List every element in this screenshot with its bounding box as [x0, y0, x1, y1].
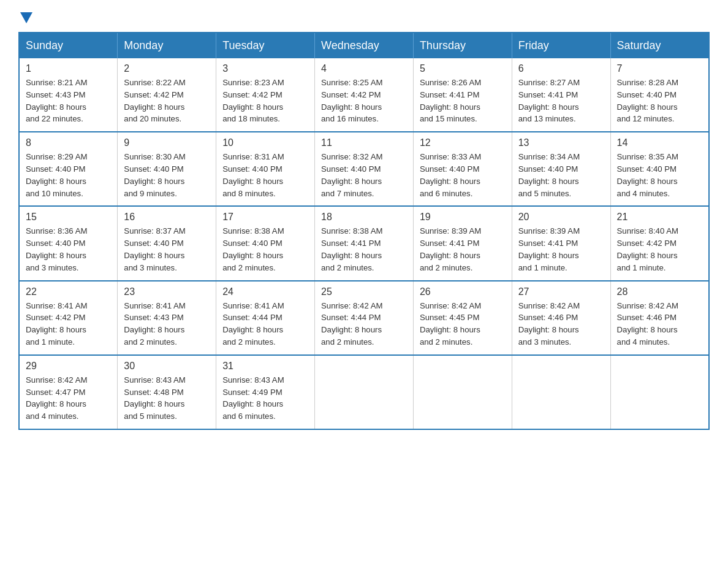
day-info: Sunrise: 8:38 AMSunset: 4:40 PMDaylight:…: [222, 225, 308, 274]
weekday-header-saturday: Saturday: [610, 33, 709, 58]
day-number: 19: [420, 212, 506, 223]
calendar-cell: 18 Sunrise: 8:38 AMSunset: 4:41 PMDaylig…: [315, 206, 414, 280]
calendar-cell: 19 Sunrise: 8:39 AMSunset: 4:41 PMDaylig…: [413, 206, 512, 280]
day-number: 23: [124, 286, 210, 297]
day-number: 22: [26, 286, 111, 297]
day-info: Sunrise: 8:39 AMSunset: 4:41 PMDaylight:…: [420, 225, 506, 274]
day-number: 8: [26, 137, 111, 148]
weekday-header-monday: Monday: [118, 33, 216, 58]
day-info: Sunrise: 8:41 AMSunset: 4:44 PMDaylight:…: [222, 300, 308, 348]
logo-triangle-icon: [20, 12, 32, 23]
day-number: 28: [617, 286, 702, 297]
calendar-cell: 26 Sunrise: 8:42 AMSunset: 4:45 PMDaylig…: [413, 281, 512, 355]
calendar-week-row: 22 Sunrise: 8:41 AMSunset: 4:42 PMDaylig…: [19, 281, 709, 355]
calendar-cell: 20 Sunrise: 8:39 AMSunset: 4:41 PMDaylig…: [512, 206, 610, 280]
calendar-cell: 10 Sunrise: 8:31 AMSunset: 4:40 PMDaylig…: [216, 132, 315, 206]
day-info: Sunrise: 8:35 AMSunset: 4:40 PMDaylight:…: [617, 151, 702, 199]
logo: [18, 12, 34, 21]
day-info: Sunrise: 8:21 AMSunset: 4:43 PMDaylight:…: [26, 77, 111, 125]
calendar-cell: 13 Sunrise: 8:34 AMSunset: 4:40 PMDaylig…: [512, 132, 610, 206]
day-number: 18: [321, 212, 407, 223]
calendar-cell: [315, 355, 414, 429]
day-number: 6: [518, 63, 604, 74]
day-number: 30: [124, 361, 210, 372]
day-info: Sunrise: 8:32 AMSunset: 4:40 PMDaylight:…: [321, 151, 407, 199]
day-info: Sunrise: 8:28 AMSunset: 4:40 PMDaylight:…: [617, 77, 702, 125]
day-number: 14: [617, 137, 702, 148]
calendar-week-row: 29 Sunrise: 8:42 AMSunset: 4:47 PMDaylig…: [19, 355, 709, 429]
calendar-cell: 28 Sunrise: 8:42 AMSunset: 4:46 PMDaylig…: [610, 281, 709, 355]
calendar-cell: 14 Sunrise: 8:35 AMSunset: 4:40 PMDaylig…: [610, 132, 709, 206]
calendar-cell: 31 Sunrise: 8:43 AMSunset: 4:49 PMDaylig…: [216, 355, 315, 429]
weekday-header-tuesday: Tuesday: [216, 33, 315, 58]
day-number: 29: [26, 361, 111, 372]
day-info: Sunrise: 8:42 AMSunset: 4:47 PMDaylight:…: [26, 374, 111, 423]
calendar-cell: 15 Sunrise: 8:36 AMSunset: 4:40 PMDaylig…: [19, 206, 118, 280]
day-info: Sunrise: 8:43 AMSunset: 4:48 PMDaylight:…: [124, 374, 210, 423]
calendar-cell: 24 Sunrise: 8:41 AMSunset: 4:44 PMDaylig…: [216, 281, 315, 355]
day-info: Sunrise: 8:42 AMSunset: 4:45 PMDaylight:…: [420, 300, 506, 348]
calendar-cell: [413, 355, 512, 429]
day-number: 2: [124, 63, 210, 74]
day-info: Sunrise: 8:37 AMSunset: 4:40 PMDaylight:…: [124, 225, 210, 274]
calendar-cell: [512, 355, 610, 429]
day-number: 21: [617, 212, 702, 223]
calendar-cell: 9 Sunrise: 8:30 AMSunset: 4:40 PMDayligh…: [118, 132, 216, 206]
day-number: 5: [420, 63, 506, 74]
weekday-header-wednesday: Wednesday: [315, 33, 414, 58]
day-number: 10: [222, 137, 308, 148]
calendar-cell: 25 Sunrise: 8:42 AMSunset: 4:44 PMDaylig…: [315, 281, 414, 355]
day-info: Sunrise: 8:41 AMSunset: 4:43 PMDaylight:…: [124, 300, 210, 348]
day-info: Sunrise: 8:39 AMSunset: 4:41 PMDaylight:…: [518, 225, 604, 274]
day-info: Sunrise: 8:29 AMSunset: 4:40 PMDaylight:…: [26, 151, 111, 199]
calendar-cell: 1 Sunrise: 8:21 AMSunset: 4:43 PMDayligh…: [19, 58, 118, 132]
day-info: Sunrise: 8:23 AMSunset: 4:42 PMDaylight:…: [222, 77, 308, 125]
day-number: 3: [222, 63, 308, 74]
day-info: Sunrise: 8:22 AMSunset: 4:42 PMDaylight:…: [124, 77, 210, 125]
day-number: 15: [26, 212, 111, 223]
calendar-week-row: 8 Sunrise: 8:29 AMSunset: 4:40 PMDayligh…: [19, 132, 709, 206]
day-number: 11: [321, 137, 407, 148]
day-info: Sunrise: 8:38 AMSunset: 4:41 PMDaylight:…: [321, 225, 407, 274]
calendar-cell: 6 Sunrise: 8:27 AMSunset: 4:41 PMDayligh…: [512, 58, 610, 132]
calendar-cell: 29 Sunrise: 8:42 AMSunset: 4:47 PMDaylig…: [19, 355, 118, 429]
day-info: Sunrise: 8:26 AMSunset: 4:41 PMDaylight:…: [420, 77, 506, 125]
calendar-cell: 5 Sunrise: 8:26 AMSunset: 4:41 PMDayligh…: [413, 58, 512, 132]
day-number: 12: [420, 137, 506, 148]
calendar-cell: 27 Sunrise: 8:42 AMSunset: 4:46 PMDaylig…: [512, 281, 610, 355]
day-info: Sunrise: 8:43 AMSunset: 4:49 PMDaylight:…: [222, 374, 308, 423]
day-number: 25: [321, 286, 407, 297]
day-number: 1: [26, 63, 111, 74]
calendar-cell: 11 Sunrise: 8:32 AMSunset: 4:40 PMDaylig…: [315, 132, 414, 206]
day-info: Sunrise: 8:34 AMSunset: 4:40 PMDaylight:…: [518, 151, 604, 199]
day-info: Sunrise: 8:31 AMSunset: 4:40 PMDaylight:…: [222, 151, 308, 199]
calendar-cell: [610, 355, 709, 429]
weekday-header-sunday: Sunday: [19, 33, 118, 58]
day-number: 26: [420, 286, 506, 297]
calendar-cell: 22 Sunrise: 8:41 AMSunset: 4:42 PMDaylig…: [19, 281, 118, 355]
calendar-cell: 12 Sunrise: 8:33 AMSunset: 4:40 PMDaylig…: [413, 132, 512, 206]
day-info: Sunrise: 8:25 AMSunset: 4:42 PMDaylight:…: [321, 77, 407, 125]
weekday-header-friday: Friday: [512, 33, 610, 58]
calendar-cell: 23 Sunrise: 8:41 AMSunset: 4:43 PMDaylig…: [118, 281, 216, 355]
day-info: Sunrise: 8:30 AMSunset: 4:40 PMDaylight:…: [124, 151, 210, 199]
calendar-week-row: 15 Sunrise: 8:36 AMSunset: 4:40 PMDaylig…: [19, 206, 709, 280]
calendar-cell: 30 Sunrise: 8:43 AMSunset: 4:48 PMDaylig…: [118, 355, 216, 429]
weekday-header-row: SundayMondayTuesdayWednesdayThursdayFrid…: [19, 33, 709, 58]
page-header: [18, 12, 710, 21]
day-number: 4: [321, 63, 407, 74]
day-number: 24: [222, 286, 308, 297]
day-info: Sunrise: 8:42 AMSunset: 4:46 PMDaylight:…: [518, 300, 604, 348]
calendar-cell: 7 Sunrise: 8:28 AMSunset: 4:40 PMDayligh…: [610, 58, 709, 132]
calendar-cell: 17 Sunrise: 8:38 AMSunset: 4:40 PMDaylig…: [216, 206, 315, 280]
calendar-cell: 3 Sunrise: 8:23 AMSunset: 4:42 PMDayligh…: [216, 58, 315, 132]
day-info: Sunrise: 8:40 AMSunset: 4:42 PMDaylight:…: [617, 225, 702, 274]
day-number: 27: [518, 286, 604, 297]
calendar-cell: 16 Sunrise: 8:37 AMSunset: 4:40 PMDaylig…: [118, 206, 216, 280]
day-info: Sunrise: 8:36 AMSunset: 4:40 PMDaylight:…: [26, 225, 111, 274]
day-number: 9: [124, 137, 210, 148]
day-number: 17: [222, 212, 308, 223]
calendar-week-row: 1 Sunrise: 8:21 AMSunset: 4:43 PMDayligh…: [19, 58, 709, 132]
day-number: 20: [518, 212, 604, 223]
day-number: 13: [518, 137, 604, 148]
